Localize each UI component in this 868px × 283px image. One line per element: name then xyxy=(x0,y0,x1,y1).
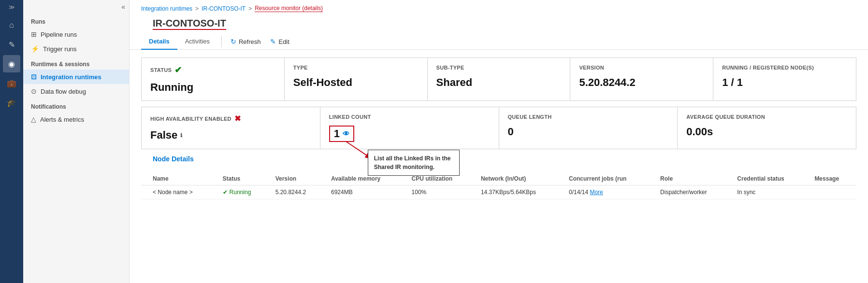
col-version: Version xyxy=(270,172,325,185)
tab-activities[interactable]: Activities xyxy=(177,34,217,50)
linked-eye-icon[interactable]: 👁 xyxy=(343,130,349,138)
tab-details[interactable]: Details xyxy=(141,34,177,50)
refresh-button[interactable]: ↻ Refresh xyxy=(226,35,266,48)
trigger-runs-item[interactable]: ⚡ Trigger runs xyxy=(23,42,129,56)
card-status: STATUS ✔ Running xyxy=(142,58,285,100)
card-ha-enabled: HIGH AVAILABILITY ENABLED ✖ False ℹ xyxy=(142,107,320,149)
edit-button[interactable]: ✎ Edit xyxy=(265,35,294,48)
linked-count-value: 1 👁 xyxy=(329,126,490,142)
card-linked-count: LINKED COUNT 1 👁 xyxy=(320,107,499,149)
node-status: ✔ Running xyxy=(217,185,270,199)
toolbar-separator xyxy=(221,36,222,47)
node-table-body: < Node name > ✔ Running 5.20.8244.2 6924… xyxy=(141,185,856,199)
col-name: Name xyxy=(141,172,217,185)
col-network: Network (In/Out) xyxy=(475,172,563,185)
table-row: < Node name > ✔ Running 5.20.8244.2 6924… xyxy=(141,185,856,199)
col-message: Message xyxy=(809,172,856,185)
card-avg-queue: AVERAGE QUEUE DURATION 0.00s xyxy=(678,107,856,149)
col-role: Role xyxy=(654,172,731,185)
queue-length-value: 0 xyxy=(508,126,669,138)
breadcrumb-integration-runtimes[interactable]: Integration runtimes xyxy=(141,5,192,12)
running-badge: ✔ Running xyxy=(223,189,264,196)
running-check-icon: ✔ xyxy=(223,189,228,196)
breadcrumb-ir-contoso[interactable]: IR-CONTOSO-IT xyxy=(202,5,246,12)
pipeline-icon: ⊞ xyxy=(31,30,37,38)
integration-runtimes-icon: ⊡ xyxy=(31,73,37,81)
alerts-metrics-item[interactable]: △ Alerts & metrics xyxy=(23,112,129,127)
page-title-wrapper: IR-CONTOSO-IT xyxy=(130,14,868,30)
queue-length-label: QUEUE LENGTH xyxy=(508,114,669,120)
subtype-value: Shared xyxy=(436,76,562,89)
type-label: TYPE xyxy=(293,65,419,71)
ha-label: HIGH AVAILABILITY ENABLED ✖ xyxy=(150,114,311,123)
node-table: Name Status Version Available memory CPU… xyxy=(141,172,856,199)
monitor-icon[interactable]: ◉ xyxy=(3,55,20,72)
refresh-label: Refresh xyxy=(239,38,261,45)
data-flow-debug-item[interactable]: ⊙ Data flow debug xyxy=(23,84,129,99)
version-value: 5.20.8244.2 xyxy=(579,76,704,89)
node-concurrent: 0/14/14 More xyxy=(563,185,654,199)
trigger-icon: ⚡ xyxy=(31,45,39,53)
notifications-section-label: Notifications xyxy=(23,99,129,112)
linked-count-number: 1 xyxy=(334,127,340,140)
ha-x-icon: ✖ xyxy=(234,114,241,123)
node-table-header: Name Status Version Available memory CPU… xyxy=(141,172,856,185)
version-label: VERSION xyxy=(579,65,704,71)
col-credential: Credential status xyxy=(731,172,809,185)
running-nodes-value: 1 / 1 xyxy=(722,76,847,89)
node-version: 5.20.8244.2 xyxy=(270,185,325,199)
edit-label: Edit xyxy=(278,38,289,45)
col-status: Status xyxy=(217,172,270,185)
node-memory: 6924MB xyxy=(325,185,406,199)
left-nav: « Runs ⊞ Pipeline runs ⚡ Trigger runs Ru… xyxy=(23,0,130,283)
card-version: VERSION 5.20.8244.2 xyxy=(570,58,713,100)
cards-row-1: STATUS ✔ Running TYPE Self-Hosted SUB-TY… xyxy=(141,57,856,101)
card-queue-length: QUEUE LENGTH 0 xyxy=(499,107,678,149)
pencil-icon[interactable]: ✎ xyxy=(3,36,20,53)
card-subtype: SUB-TYPE Shared xyxy=(428,58,571,100)
data-flow-debug-label: Data flow debug xyxy=(41,88,86,95)
card-type: TYPE Self-Hosted xyxy=(285,58,428,100)
breadcrumb-current: Resource monitor (details) xyxy=(255,5,323,12)
breadcrumb: Integration runtimes > IR-CONTOSO-IT > R… xyxy=(130,0,868,14)
callout-text: List all the Linked IRs in the Shared IR… xyxy=(374,155,451,170)
concurrent-value: 0/14/14 xyxy=(569,189,588,196)
manage-icon[interactable]: 💼 xyxy=(3,74,20,92)
alerts-metrics-label: Alerts & metrics xyxy=(40,116,84,123)
runs-section-label: Runs xyxy=(23,14,129,27)
breadcrumb-sep1: > xyxy=(195,5,199,12)
status-check-icon: ✔ xyxy=(174,65,182,75)
cards-area: STATUS ✔ Running TYPE Self-Hosted SUB-TY… xyxy=(130,50,868,283)
sidebar-icons: ≫ ⌂ ✎ ◉ 💼 🎓 xyxy=(0,0,23,283)
ha-value: False ℹ xyxy=(150,129,311,142)
running-nodes-label: RUNNING / REGISTERED NODE(S) xyxy=(722,65,847,71)
more-link[interactable]: More xyxy=(590,189,603,196)
pipeline-runs-label: Pipeline runs xyxy=(41,31,77,38)
refresh-icon: ↻ xyxy=(231,38,236,45)
integration-runtimes-label: Integration runtimes xyxy=(41,73,101,81)
page-title: IR-CONTOSO-IT xyxy=(153,16,226,30)
integration-runtimes-item[interactable]: ⊡ Integration runtimes xyxy=(23,70,129,84)
trigger-runs-label: Trigger runs xyxy=(43,45,77,53)
status-label: STATUS ✔ xyxy=(150,65,275,75)
node-cpu: 100% xyxy=(406,185,475,199)
avg-queue-value: 0.00s xyxy=(686,126,847,138)
home-icon[interactable]: ⌂ xyxy=(3,16,20,34)
node-network: 14.37KBps/5.64KBps xyxy=(475,185,563,199)
subtype-label: SUB-TYPE xyxy=(436,65,562,71)
node-credential: In sync xyxy=(731,185,809,199)
expand-sidebar-icon[interactable]: ≫ xyxy=(9,4,15,11)
running-label: Running xyxy=(230,189,251,196)
avg-queue-label: AVERAGE QUEUE DURATION xyxy=(686,114,847,120)
collapse-icon[interactable]: « xyxy=(121,3,125,11)
node-message xyxy=(809,185,856,199)
pipeline-runs-item[interactable]: ⊞ Pipeline runs xyxy=(23,27,129,42)
learn-icon[interactable]: 🎓 xyxy=(3,94,20,111)
linked-count-tooltip-area: 1 👁 xyxy=(329,126,354,142)
runtimes-section-label: Runtimes & sessions xyxy=(23,56,129,70)
cards-row-2: HIGH AVAILABILITY ENABLED ✖ False ℹ LINK… xyxy=(141,107,856,149)
collapse-nav[interactable]: « xyxy=(23,0,129,14)
node-role: Dispatcher/worker xyxy=(654,185,731,199)
ha-info-icon[interactable]: ℹ xyxy=(180,132,182,139)
linked-count-label: LINKED COUNT xyxy=(329,114,490,120)
